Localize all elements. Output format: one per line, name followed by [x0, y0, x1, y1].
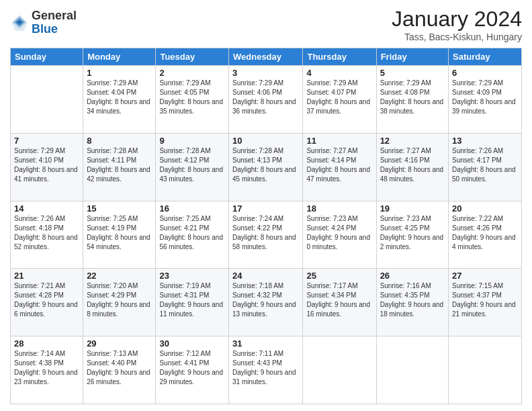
day-number: 28 [14, 338, 79, 349]
logo-general-text: General [32, 9, 77, 23]
day-number: 29 [87, 338, 152, 349]
day-number: 27 [452, 271, 518, 281]
header-wednesday: Wednesday [229, 48, 303, 66]
calendar-cell: 15 Sunrise: 7:25 AMSunset: 4:19 PMDaylig… [83, 201, 156, 269]
day-number: 7 [14, 136, 79, 146]
day-info: Sunrise: 7:20 AMSunset: 4:29 PMDaylight:… [87, 281, 152, 319]
day-number: 24 [232, 271, 299, 281]
day-number: 26 [380, 271, 445, 281]
day-info: Sunrise: 7:23 AMSunset: 4:24 PMDaylight:… [306, 214, 372, 252]
calendar-cell: 24 Sunrise: 7:18 AMSunset: 4:32 PMDaylig… [229, 269, 303, 336]
calendar-cell: 9 Sunrise: 7:28 AMSunset: 4:12 PMDayligh… [156, 133, 229, 201]
day-number: 12 [380, 136, 445, 146]
day-number: 3 [232, 68, 299, 78]
calendar-cell: 11 Sunrise: 7:27 AMSunset: 4:14 PMDaylig… [303, 133, 376, 201]
day-info: Sunrise: 7:14 AMSunset: 4:38 PMDaylight:… [14, 349, 79, 387]
day-number: 2 [159, 68, 225, 78]
day-info: Sunrise: 7:26 AMSunset: 4:17 PMDaylight:… [452, 146, 518, 184]
calendar-cell: 8 Sunrise: 7:28 AMSunset: 4:11 PMDayligh… [83, 133, 156, 201]
calendar-week-row: 7 Sunrise: 7:29 AMSunset: 4:10 PMDayligh… [11, 133, 522, 201]
header-tuesday: Tuesday [156, 48, 229, 66]
calendar-cell: 27 Sunrise: 7:15 AMSunset: 4:37 PMDaylig… [449, 269, 522, 336]
day-number: 19 [380, 203, 445, 214]
header-thursday: Thursday [303, 48, 376, 66]
day-number: 5 [380, 68, 445, 78]
day-number: 18 [306, 203, 372, 214]
day-info: Sunrise: 7:16 AMSunset: 4:35 PMDaylight:… [380, 281, 445, 319]
day-info: Sunrise: 7:12 AMSunset: 4:41 PMDaylight:… [159, 349, 225, 387]
day-info: Sunrise: 7:29 AMSunset: 4:08 PMDaylight:… [380, 79, 445, 116]
day-number: 17 [232, 203, 299, 214]
calendar-cell: 1 Sunrise: 7:29 AMSunset: 4:04 PMDayligh… [83, 66, 156, 134]
day-info: Sunrise: 7:29 AMSunset: 4:09 PMDaylight:… [452, 79, 518, 116]
calendar-cell: 29 Sunrise: 7:13 AMSunset: 4:40 PMDaylig… [83, 336, 156, 404]
calendar-cell: 19 Sunrise: 7:23 AMSunset: 4:25 PMDaylig… [376, 201, 448, 269]
calendar-cell: 14 Sunrise: 7:26 AMSunset: 4:18 PMDaylig… [11, 201, 83, 269]
calendar-cell: 7 Sunrise: 7:29 AMSunset: 4:10 PMDayligh… [11, 133, 83, 201]
day-info: Sunrise: 7:28 AMSunset: 4:13 PMDaylight:… [232, 146, 299, 184]
logo-text: General Blue [32, 9, 77, 36]
calendar-cell: 12 Sunrise: 7:27 AMSunset: 4:16 PMDaylig… [376, 133, 448, 201]
calendar-cell: 18 Sunrise: 7:23 AMSunset: 4:24 PMDaylig… [303, 201, 376, 269]
calendar-week-row: 1 Sunrise: 7:29 AMSunset: 4:04 PMDayligh… [11, 66, 522, 134]
calendar-cell: 13 Sunrise: 7:26 AMSunset: 4:17 PMDaylig… [449, 133, 522, 201]
calendar-cell: 23 Sunrise: 7:19 AMSunset: 4:31 PMDaylig… [156, 269, 229, 336]
day-number: 31 [232, 338, 299, 349]
day-number: 9 [159, 136, 225, 146]
calendar-week-row: 14 Sunrise: 7:26 AMSunset: 4:18 PMDaylig… [11, 201, 522, 269]
header-saturday: Saturday [449, 48, 522, 66]
day-info: Sunrise: 7:22 AMSunset: 4:26 PMDaylight:… [452, 214, 518, 252]
calendar-cell: 28 Sunrise: 7:14 AMSunset: 4:38 PMDaylig… [11, 336, 83, 404]
day-info: Sunrise: 7:15 AMSunset: 4:37 PMDaylight:… [452, 281, 518, 319]
day-info: Sunrise: 7:17 AMSunset: 4:34 PMDaylight:… [306, 281, 372, 319]
day-number: 25 [306, 271, 372, 281]
weekday-header-row: Sunday Monday Tuesday Wednesday Thursday… [11, 48, 522, 66]
location-title: Tass, Bacs-Kiskun, Hungary [392, 32, 522, 42]
day-info: Sunrise: 7:13 AMSunset: 4:40 PMDaylight:… [87, 349, 152, 387]
calendar-week-row: 21 Sunrise: 7:21 AMSunset: 4:28 PMDaylig… [11, 269, 522, 336]
calendar-table: Sunday Monday Tuesday Wednesday Thursday… [10, 48, 522, 404]
day-number: 21 [14, 271, 79, 281]
page: General Blue January 2024 Tass, Bacs-Kis… [0, 0, 532, 411]
day-number: 1 [87, 68, 152, 78]
day-info: Sunrise: 7:29 AMSunset: 4:10 PMDaylight:… [14, 146, 79, 184]
calendar-cell: 2 Sunrise: 7:29 AMSunset: 4:05 PMDayligh… [156, 66, 229, 134]
day-number: 4 [306, 68, 372, 78]
day-info: Sunrise: 7:25 AMSunset: 4:19 PMDaylight:… [87, 214, 152, 252]
day-info: Sunrise: 7:27 AMSunset: 4:16 PMDaylight:… [380, 146, 445, 184]
calendar-cell: 30 Sunrise: 7:12 AMSunset: 4:41 PMDaylig… [156, 336, 229, 404]
day-number: 10 [232, 136, 299, 146]
day-info: Sunrise: 7:21 AMSunset: 4:28 PMDaylight:… [14, 281, 79, 319]
day-number: 16 [159, 203, 225, 214]
logo-icon [10, 13, 29, 32]
day-info: Sunrise: 7:29 AMSunset: 4:07 PMDaylight:… [306, 79, 372, 116]
calendar-cell: 20 Sunrise: 7:22 AMSunset: 4:26 PMDaylig… [449, 201, 522, 269]
day-info: Sunrise: 7:26 AMSunset: 4:18 PMDaylight:… [14, 214, 79, 252]
logo: General Blue [10, 9, 77, 36]
calendar-cell: 10 Sunrise: 7:28 AMSunset: 4:13 PMDaylig… [229, 133, 303, 201]
day-info: Sunrise: 7:29 AMSunset: 4:06 PMDaylight:… [232, 79, 299, 116]
calendar-cell [303, 336, 376, 404]
calendar-cell: 25 Sunrise: 7:17 AMSunset: 4:34 PMDaylig… [303, 269, 376, 336]
day-number: 30 [159, 338, 225, 349]
day-info: Sunrise: 7:25 AMSunset: 4:21 PMDaylight:… [159, 214, 225, 252]
day-info: Sunrise: 7:29 AMSunset: 4:04 PMDaylight:… [87, 79, 152, 116]
calendar-cell: 31 Sunrise: 7:11 AMSunset: 4:43 PMDaylig… [229, 336, 303, 404]
day-info: Sunrise: 7:29 AMSunset: 4:05 PMDaylight:… [159, 79, 225, 116]
calendar-cell: 4 Sunrise: 7:29 AMSunset: 4:07 PMDayligh… [303, 66, 376, 134]
header-friday: Friday [376, 48, 448, 66]
day-info: Sunrise: 7:11 AMSunset: 4:43 PMDaylight:… [232, 349, 299, 387]
day-info: Sunrise: 7:24 AMSunset: 4:22 PMDaylight:… [232, 214, 299, 252]
calendar-week-row: 28 Sunrise: 7:14 AMSunset: 4:38 PMDaylig… [11, 336, 522, 404]
title-section: January 2024 Tass, Bacs-Kiskun, Hungary [392, 7, 522, 42]
day-info: Sunrise: 7:27 AMSunset: 4:14 PMDaylight:… [306, 146, 372, 184]
header-sunday: Sunday [11, 48, 83, 66]
day-number: 13 [452, 136, 518, 146]
day-number: 22 [87, 271, 152, 281]
calendar-cell [449, 336, 522, 404]
day-info: Sunrise: 7:28 AMSunset: 4:11 PMDaylight:… [87, 146, 152, 184]
day-info: Sunrise: 7:18 AMSunset: 4:32 PMDaylight:… [232, 281, 299, 319]
header: General Blue January 2024 Tass, Bacs-Kis… [10, 7, 522, 42]
calendar-cell: 6 Sunrise: 7:29 AMSunset: 4:09 PMDayligh… [449, 66, 522, 134]
day-info: Sunrise: 7:28 AMSunset: 4:12 PMDaylight:… [159, 146, 225, 184]
